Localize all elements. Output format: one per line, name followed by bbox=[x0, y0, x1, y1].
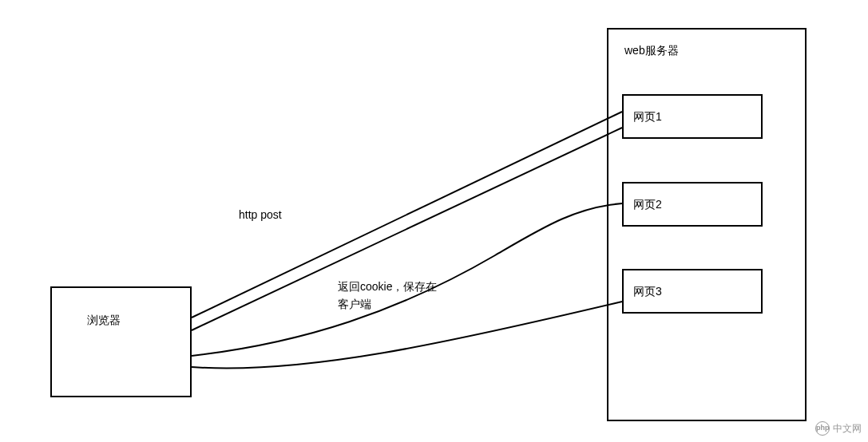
browser-label: 浏览器 bbox=[87, 314, 121, 328]
cookie-annotation-line2: 客户端 bbox=[338, 295, 437, 313]
page-1-label: 网页1 bbox=[633, 110, 662, 124]
page-2-label: 网页2 bbox=[633, 198, 662, 212]
page-2-box: 网页2 bbox=[622, 182, 763, 227]
browser-box: 浏览器 bbox=[50, 286, 192, 397]
page-1-box: 网页1 bbox=[622, 94, 763, 139]
http-post-annotation: http post bbox=[239, 208, 282, 221]
php-logo-icon: php bbox=[815, 421, 830, 436]
server-label: web服务器 bbox=[624, 44, 679, 58]
page-3-box: 网页3 bbox=[622, 269, 763, 314]
cookie-annotation: 返回cookie，保存在 客户端 bbox=[338, 278, 437, 314]
watermark-text: 中文网 bbox=[833, 422, 862, 436]
watermark: php 中文网 bbox=[815, 421, 862, 436]
cookie-annotation-line1: 返回cookie，保存在 bbox=[338, 278, 437, 295]
page-3-label: 网页3 bbox=[633, 285, 662, 299]
